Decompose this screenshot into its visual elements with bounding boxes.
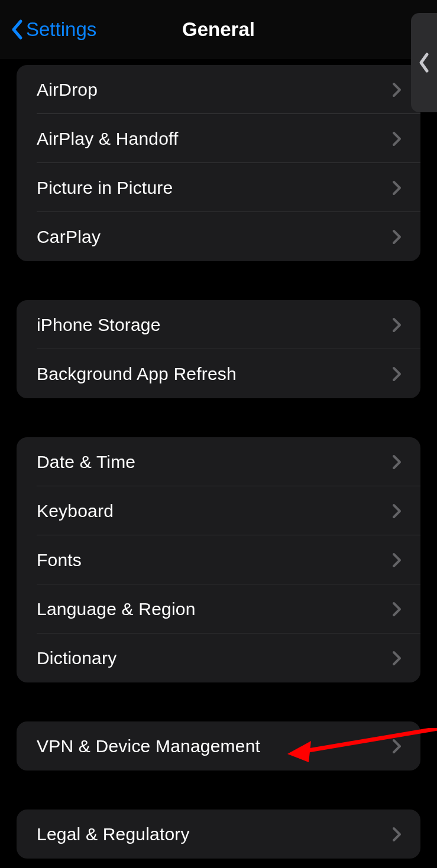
row-background-app-refresh[interactable]: Background App Refresh	[17, 349, 420, 398]
back-button[interactable]: Settings	[11, 18, 96, 41]
row-label: Dictionary	[37, 648, 116, 668]
content: AirDrop AirPlay & Handoff Picture in Pic…	[0, 59, 437, 859]
row-fonts[interactable]: Fonts	[17, 535, 420, 584]
settings-section: VPN & Device Management	[17, 721, 420, 771]
row-language-region[interactable]: Language & Region	[17, 584, 420, 633]
row-vpn-device-management[interactable]: VPN & Device Management	[17, 721, 420, 771]
row-airplay-handoff[interactable]: AirPlay & Handoff	[17, 114, 420, 163]
chevron-right-icon	[392, 602, 402, 617]
row-label: Fonts	[37, 550, 82, 570]
row-keyboard[interactable]: Keyboard	[17, 486, 420, 535]
chevron-right-icon	[392, 651, 402, 666]
chevron-left-icon	[11, 19, 24, 40]
row-label: Legal & Regulatory	[37, 824, 190, 844]
row-label: Background App Refresh	[37, 364, 237, 384]
chevron-left-icon	[419, 52, 429, 76]
row-carplay[interactable]: CarPlay	[17, 212, 420, 261]
row-label: VPN & Device Management	[37, 736, 260, 756]
page-title: General	[182, 18, 255, 41]
settings-section: iPhone Storage Background App Refresh	[17, 300, 420, 398]
chevron-right-icon	[392, 552, 402, 568]
row-label: iPhone Storage	[37, 315, 161, 335]
chevron-right-icon	[392, 131, 402, 147]
chevron-right-icon	[392, 454, 402, 470]
chevron-right-icon	[392, 82, 402, 97]
row-legal-regulatory[interactable]: Legal & Regulatory	[17, 810, 420, 859]
chevron-right-icon	[392, 366, 402, 382]
row-label: AirPlay & Handoff	[37, 129, 179, 149]
chevron-right-icon	[392, 739, 402, 754]
nav-header: Settings General	[0, 0, 437, 59]
settings-section: AirDrop AirPlay & Handoff Picture in Pic…	[17, 65, 420, 261]
row-label: Keyboard	[37, 501, 114, 521]
row-airdrop[interactable]: AirDrop	[17, 65, 420, 114]
row-label: CarPlay	[37, 227, 101, 247]
row-picture-in-picture[interactable]: Picture in Picture	[17, 163, 420, 212]
row-label: Language & Region	[37, 599, 196, 619]
row-dictionary[interactable]: Dictionary	[17, 633, 420, 682]
chevron-right-icon	[392, 503, 402, 519]
chevron-right-icon	[392, 317, 402, 333]
chevron-right-icon	[392, 229, 402, 245]
chevron-right-icon	[392, 827, 402, 842]
chevron-right-icon	[392, 180, 402, 196]
settings-section: Date & Time Keyboard Fonts Language & Re…	[17, 437, 420, 682]
settings-section: Legal & Regulatory	[17, 810, 420, 859]
row-date-time[interactable]: Date & Time	[17, 437, 420, 486]
back-label: Settings	[26, 18, 96, 41]
row-label: Picture in Picture	[37, 178, 173, 198]
row-label: AirDrop	[37, 80, 98, 100]
row-iphone-storage[interactable]: iPhone Storage	[17, 300, 420, 349]
row-label: Date & Time	[37, 452, 135, 472]
